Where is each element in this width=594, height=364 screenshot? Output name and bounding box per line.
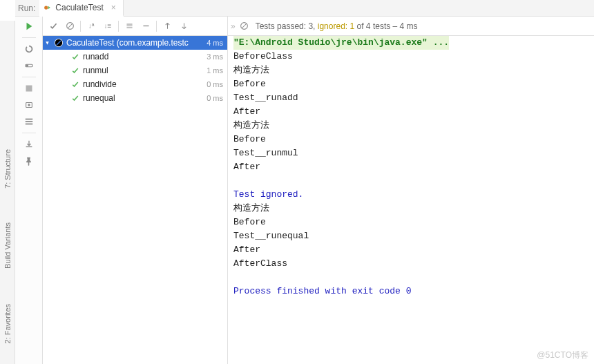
top-bar: Run: CaculateTest × [15,0,594,17]
run-button[interactable] [22,19,36,33]
sidebar-tab-favorites[interactable]: 2: Favorites [2,297,13,350]
close-icon[interactable]: × [111,3,116,12]
ignore-status-icon [240,21,249,30]
show-ignored-toggle[interactable] [62,19,77,34]
sidebar-tab-build-variants[interactable]: Build Variants [2,215,13,276]
test-node[interactable]: rundivide0 ms [43,77,227,91]
separator [156,21,157,32]
test-node[interactable]: runadd3 ms [43,50,227,64]
test-name: runadd [83,52,207,61]
test-node[interactable]: runmul1 ms [43,64,227,77]
svg-rect-8 [25,124,32,125]
left-tool-tabs: 7: Structure Build Variants 2: Favorites [0,21,15,364]
console-panel: » Tests passed: 3, ignored: 1 of 4 tests… [228,17,594,364]
stop-button[interactable] [22,82,36,95]
rerun-failed-button[interactable] [22,42,36,56]
run-gutter [15,17,43,364]
tests-toolbar: ↓ª ↓≡ [43,17,227,36]
toggle-auto-button[interactable] [22,59,36,73]
test-time: 0 ms [207,94,223,102]
test-root-node[interactable]: CaculateTest (com.example.testc 4 ms [43,36,227,50]
separator [118,21,119,32]
svg-rect-6 [25,119,32,120]
sort-time-button[interactable]: ↓≡ [100,19,115,34]
separator [80,21,81,32]
svg-rect-7 [25,121,32,122]
tests-tree[interactable]: CaculateTest (com.example.testc 4 ms run… [43,36,227,105]
expand-all-button[interactable] [122,19,137,34]
test-name: rundivide [83,79,207,89]
pass-icon [70,66,80,75]
svg-point-2 [26,64,28,67]
chevron-right-icon: » [231,21,236,31]
test-time: 3 ms [207,52,223,61]
next-test-button[interactable] [176,19,191,34]
pass-icon [70,52,80,61]
run-tab[interactable]: CaculateTest × [39,0,123,17]
run-label: Run: [18,3,35,13]
show-passed-toggle[interactable] [46,19,61,34]
settings-button[interactable] [22,115,36,128]
svg-point-0 [44,6,48,9]
separator [22,133,36,133]
ignore-status-icon [54,38,64,48]
export-button[interactable] [22,137,36,151]
test-name: runequal [83,93,207,103]
svg-point-5 [28,104,30,106]
test-time: 0 ms [207,80,223,88]
status-bar: » Tests passed: 3, ignored: 1 of 4 tests… [228,17,594,36]
test-root-time: 4 ms [207,39,223,47]
test-node[interactable]: runequal0 ms [43,91,227,105]
collapse-all-button[interactable] [138,19,153,34]
tests-panel: ↓ª ↓≡ CaculateTest (com.example.testc 4 … [43,17,228,364]
pin-button[interactable] [22,154,36,168]
test-time: 1 ms [207,66,223,75]
sort-alpha-button[interactable]: ↓ª [84,19,99,34]
dump-button[interactable] [22,98,36,112]
sidebar-tab-structure[interactable]: 7: Structure [2,142,13,195]
svg-rect-3 [26,86,32,92]
separator [22,37,36,38]
separator [22,77,36,77]
status-text: Tests passed: 3, ignored: 1 of 4 tests –… [256,21,418,31]
test-name: runmul [83,66,207,75]
expand-arrow-icon[interactable] [43,40,51,46]
pass-icon [70,93,80,103]
console-output[interactable]: "E:\Android Studio\jre\bin\java.exe" ...… [228,36,594,364]
test-root-name: CaculateTest (com.example.testc [66,38,207,48]
prev-test-button[interactable] [160,19,175,34]
run-tab-title: CaculateTest [55,3,103,12]
test-icon [44,3,52,12]
pass-icon [70,79,80,89]
